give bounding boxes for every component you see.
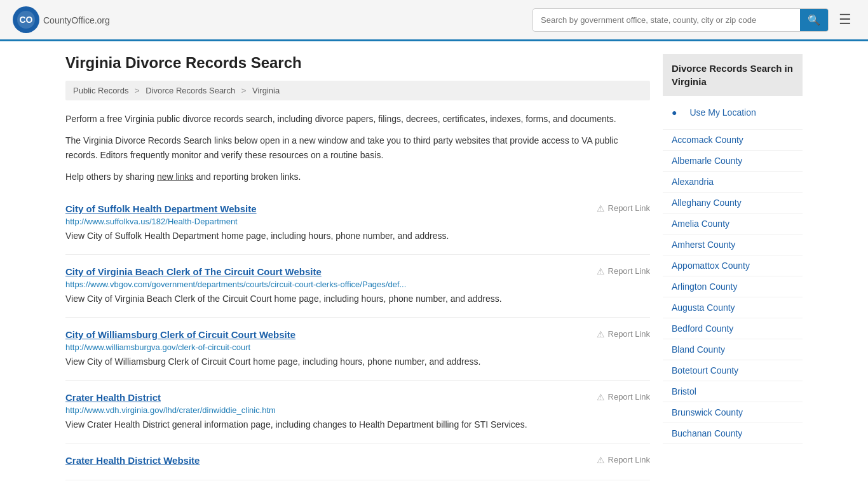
breadcrumb: Public Records > Divorce Records Search … [65,81,650,100]
sidebar-item-brunswick[interactable]: Brunswick County [663,402,803,423]
description-2: The Virginia Divorce Records Search link… [65,133,650,162]
sidebar-item: Arlington County [663,276,803,297]
sidebar-item: Albemarle County [663,151,803,172]
description-3-post: and reporting broken links. [194,172,301,182]
search-button[interactable]: 🔍 [800,9,828,31]
report-icon: ⚠ [597,266,605,276]
sidebar-item: Buchanan County [663,423,803,444]
report-link[interactable]: ⚠ Report Link [597,455,650,465]
result-title[interactable]: Crater Health District [65,392,161,403]
sidebar-item: Alexandria [663,172,803,193]
report-link[interactable]: ⚠ Report Link [597,203,650,214]
sidebar-item-albemarle[interactable]: Albemarle County [663,151,803,171]
logo-text: CountyOffice.org [43,13,110,27]
breadcrumb-sep-2: > [241,86,247,95]
sidebar-item: Brunswick County [663,402,803,423]
result-url[interactable]: http://www.williamsburgva.gov/clerk-of-c… [65,342,650,352]
menu-icon[interactable]: ☰ [835,8,855,32]
breadcrumb-virginia: Virginia [252,86,280,95]
description-1: Perform a free Virginia public divorce r… [65,112,650,126]
sidebar-item-appomattox[interactable]: Appomattox County [663,255,803,276]
breadcrumb-sep-1: > [135,86,140,95]
result-title[interactable]: City of Suffolk Health Department Websit… [65,203,257,214]
svg-text:CO: CO [20,15,33,25]
result-desc: View City of Virginia Beach Clerk of the… [65,292,650,306]
result-url[interactable]: http://www.vdh.virginia.gov/lhd/crater/d… [65,405,650,415]
report-icon: ⚠ [597,329,605,339]
logo-area[interactable]: CO CountyOffice.org [13,6,110,33]
result-item: Crater Health District ⚠ Report Link htt… [65,381,650,444]
sidebar-item-accomack[interactable]: Accomack County [663,130,803,150]
sidebar-item-alleghany[interactable]: Alleghany County [663,193,803,213]
new-links-link[interactable]: new links [157,172,194,182]
result-header: City of Williamsburg Clerk of Circuit Co… [65,329,650,340]
result-title[interactable]: Crater Health District Website [65,455,200,466]
main-content: Virginia Divorce Records Search Public R… [65,54,650,480]
sidebar-item-arlington[interactable]: Arlington County [663,276,803,297]
report-icon: ⚠ [597,392,605,402]
page-container: Virginia Divorce Records Search Public R… [53,41,815,488]
sidebar-item-bedford[interactable]: Bedford County [663,318,803,339]
result-url[interactable]: https://www.vbgov.com/government/departm… [65,280,650,289]
sidebar: Divorce Records Search in Virginia ● Use… [663,54,803,480]
page-title: Virginia Divorce Records Search [65,54,650,72]
sidebar-item-amelia[interactable]: Amelia County [663,214,803,234]
report-icon: ⚠ [597,455,605,465]
result-desc: View City of Suffolk Health Department h… [65,229,650,243]
result-header: City of Virginia Beach Clerk of The Circ… [65,266,650,277]
result-header: Crater Health District Website ⚠ Report … [65,455,650,466]
description-3-pre: Help others by sharing [65,172,157,182]
sidebar-item: Augusta County [663,297,803,318]
sidebar-item: Amelia County [663,214,803,234]
report-label: Report Link [608,266,650,276]
sidebar-item-alexandria[interactable]: Alexandria [663,172,803,192]
sidebar-item: Amherst County [663,234,803,255]
sidebar-item-buchanan[interactable]: Buchanan County [663,423,803,444]
sidebar-item-botetourt[interactable]: Botetourt County [663,360,803,381]
result-header: Crater Health District ⚠ Report Link [65,392,650,403]
breadcrumb-public-records[interactable]: Public Records [73,86,128,95]
result-item: City of Virginia Beach Clerk of The Circ… [65,255,650,318]
sidebar-item: Appomattox County [663,255,803,276]
breadcrumb-divorce-records[interactable]: Divorce Records Search [146,86,235,95]
sidebar-title: Divorce Records Search in Virginia [663,54,803,96]
result-item: Crater Health District Website ⚠ Report … [65,444,650,480]
results-list: City of Suffolk Health Department Websit… [65,192,650,480]
report-label: Report Link [608,329,650,339]
report-label: Report Link [608,203,650,213]
sidebar-item-amherst[interactable]: Amherst County [663,234,803,255]
result-title[interactable]: City of Virginia Beach Clerk of The Circ… [65,266,322,277]
report-link[interactable]: ⚠ Report Link [597,392,650,402]
sidebar-item: Bristol [663,381,803,402]
sidebar-county-list: ● Use My Location Accomack County Albema… [663,96,803,444]
report-label: Report Link [608,392,650,402]
report-label: Report Link [608,455,650,464]
sidebar-item: Bland County [663,339,803,360]
sidebar-item-augusta[interactable]: Augusta County [663,297,803,318]
sidebar-item-bristol[interactable]: Bristol [663,381,803,402]
search-input[interactable] [533,10,800,30]
location-dot-icon: ● [672,107,677,118]
sidebar-item: Bedford County [663,318,803,339]
sidebar-item: Accomack County [663,130,803,151]
description-3: Help others by sharing new links and rep… [65,170,650,184]
header-right: 🔍 ☰ [532,8,855,32]
result-desc: View City of Williamsburg Clerk of Circu… [65,355,650,369]
sidebar-item: Botetourt County [663,360,803,381]
result-item: City of Suffolk Health Department Websit… [65,192,650,255]
logo-icon: CO [13,6,39,33]
report-link[interactable]: ⚠ Report Link [597,329,650,339]
sidebar-item-bland[interactable]: Bland County [663,339,803,360]
result-item: City of Williamsburg Clerk of Circuit Co… [65,318,650,381]
result-header: City of Suffolk Health Department Websit… [65,203,650,214]
sidebar-use-location[interactable]: ● Use My Location [663,96,803,130]
result-title[interactable]: City of Williamsburg Clerk of Circuit Co… [65,329,295,340]
search-bar: 🔍 [532,8,829,32]
logo-suffix: .org [95,15,110,25]
report-link[interactable]: ⚠ Report Link [597,266,650,276]
use-my-location-link[interactable]: Use My Location [681,102,764,123]
sidebar-item: Alleghany County [663,193,803,214]
result-url[interactable]: http://www.suffolkva.us/182/Health-Depar… [65,217,650,226]
site-header: CO CountyOffice.org 🔍 ☰ [0,0,868,41]
search-icon: 🔍 [808,15,820,25]
